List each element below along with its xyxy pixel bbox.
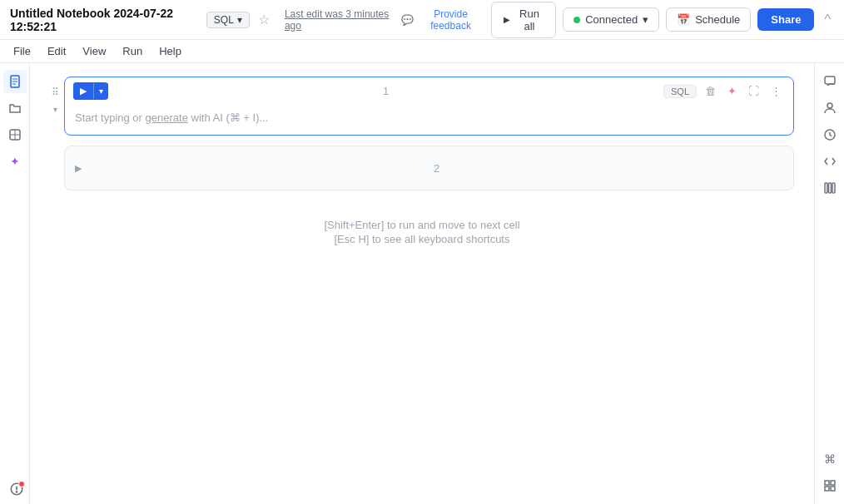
sidebar-icon-comment[interactable] xyxy=(818,70,842,93)
cell-1-more-button[interactable]: ⋮ xyxy=(767,83,785,99)
sidebar-icon-history[interactable] xyxy=(818,123,842,146)
cell-1-run-group: ▶ ▾ xyxy=(73,82,108,100)
run-all-button[interactable]: ▶ Run all xyxy=(491,2,556,38)
cell-2-run-button[interactable]: ▶ xyxy=(73,161,83,175)
sidebar-icon-package[interactable] xyxy=(3,123,27,146)
sidebar-icon-person[interactable] xyxy=(818,96,842,120)
cell-1-number: 1 xyxy=(113,85,658,97)
sidebar-icon-sparkle[interactable]: ✦ xyxy=(3,150,27,173)
cell-1-drag: ⠿ ▾ xyxy=(50,77,61,116)
feedback-button[interactable]: 💬 Provide feedback xyxy=(401,8,484,32)
run-all-icon: ▶ xyxy=(504,15,510,24)
cell-1-expand-button[interactable]: ⛶ xyxy=(745,83,762,99)
sidebar-icon-grid[interactable] xyxy=(818,474,842,497)
collapse-button[interactable]: ^ xyxy=(821,11,834,29)
sidebar-icon-folder[interactable] xyxy=(3,96,27,120)
notebook-title: Untitled Notebook 2024-07-22 12:52:21 xyxy=(10,7,200,33)
cell-1[interactable]: ▶ ▾ 1 SQL 🗑 ✦ ⛶ ⋮ Start typing or genera… xyxy=(64,77,794,136)
cell-2[interactable]: ▶ 2 xyxy=(64,146,794,190)
hint-line-1: [Shift+Enter] to run and move to next ce… xyxy=(67,219,777,231)
svg-rect-15 xyxy=(825,487,829,491)
menu-file[interactable]: File xyxy=(7,43,37,59)
cell-1-header: ▶ ▾ 1 SQL 🗑 ✦ ⛶ ⋮ xyxy=(65,77,793,105)
svg-rect-16 xyxy=(831,487,835,491)
connected-dropdown-icon: ▾ xyxy=(643,13,648,26)
cell-2-header: ▶ 2 xyxy=(65,146,793,190)
sql-badge-button[interactable]: SQL ▾ xyxy=(206,12,250,28)
connected-dot-icon xyxy=(573,17,580,23)
menu-help[interactable]: Help xyxy=(152,43,188,59)
sidebar-icon-code[interactable] xyxy=(818,150,842,173)
svg-point-19 xyxy=(16,492,17,492)
schedule-button[interactable]: 📅 Schedule xyxy=(666,7,751,32)
feedback-icon: 💬 xyxy=(401,14,414,26)
cell-2-number: 2 xyxy=(88,162,785,175)
notification-icon[interactable] xyxy=(7,479,27,499)
bottom-notification xyxy=(7,479,27,499)
cell-1-sparkle-button[interactable]: ✦ xyxy=(724,83,740,99)
cell-1-run-button[interactable]: ▶ xyxy=(73,82,93,100)
cell-1-container: ⠿ ▾ ▶ ▾ 1 SQL 🗑 ✦ ⛶ ⋮ xyxy=(50,77,794,136)
hints-area: [Shift+Enter] to run and move to next ce… xyxy=(50,200,794,264)
right-sidebar: ⌘ xyxy=(814,63,844,504)
svg-rect-11 xyxy=(828,183,831,193)
sql-badge-label: SQL xyxy=(214,14,234,26)
generate-link[interactable]: generate xyxy=(146,111,188,124)
last-edit-label[interactable]: Last edit was 3 minutes ago xyxy=(285,8,395,32)
cell-1-chevron[interactable]: ▾ xyxy=(52,103,59,116)
left-sidebar: ✦ xyxy=(0,63,30,504)
menu-view[interactable]: View xyxy=(76,43,112,59)
schedule-label: Schedule xyxy=(695,13,740,26)
svg-rect-7 xyxy=(825,77,835,84)
connected-button[interactable]: Connected ▾ xyxy=(563,7,659,32)
share-button[interactable]: Share xyxy=(757,8,814,31)
sidebar-icon-keyboard[interactable]: ⌘ xyxy=(818,447,842,471)
feedback-label: Provide feedback xyxy=(417,8,484,32)
star-button[interactable]: ☆ xyxy=(256,10,271,29)
cell-1-type-badge: SQL xyxy=(663,85,697,98)
menu-edit[interactable]: Edit xyxy=(41,43,72,59)
hint-line-2: [Esc H] to see all keyboard shortcuts xyxy=(67,233,777,245)
svg-rect-12 xyxy=(832,183,835,193)
main-area: ✦ ⠿ ▾ ▶ ▾ 1 SQL 🗑 ✦ ⛶ xyxy=(0,63,844,504)
cell-2-container: ⠿ ▶ 2 xyxy=(50,146,794,190)
topbar: Untitled Notebook 2024-07-22 12:52:21 SQ… xyxy=(0,0,844,40)
run-all-label: Run all xyxy=(515,7,544,32)
drag-handle-icon[interactable]: ⠿ xyxy=(50,85,61,100)
connected-label: Connected xyxy=(585,13,638,26)
svg-rect-13 xyxy=(825,481,829,485)
menubar: File Edit View Run Help xyxy=(0,40,844,63)
menu-run[interactable]: Run xyxy=(116,43,149,59)
svg-rect-14 xyxy=(831,481,835,485)
cell-1-placeholder: Start typing or generate with AI (⌘ + I)… xyxy=(75,111,268,124)
sidebar-icon-library[interactable] xyxy=(818,176,842,200)
sidebar-icon-document[interactable] xyxy=(3,70,27,93)
cell-1-run-dropdown[interactable]: ▾ xyxy=(93,83,108,99)
cell-1-body[interactable]: Start typing or generate with AI (⌘ + I)… xyxy=(65,105,793,135)
sql-dropdown-icon: ▾ xyxy=(237,14,242,26)
notebook-area: ⠿ ▾ ▶ ▾ 1 SQL 🗑 ✦ ⛶ ⋮ xyxy=(30,63,814,504)
calendar-icon: 📅 xyxy=(677,13,690,26)
cell-1-delete-button[interactable]: 🗑 xyxy=(702,83,719,99)
svg-rect-10 xyxy=(825,183,827,193)
svg-point-8 xyxy=(827,103,832,108)
